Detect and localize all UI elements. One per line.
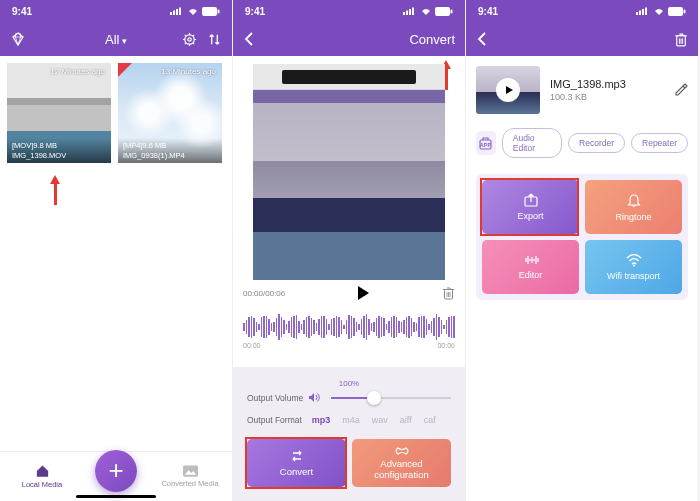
media-item[interactable]: 12 Minutes ago [MOV]9.8 MB IMG_1398.MOV — [7, 63, 111, 163]
format-wav[interactable]: wav — [372, 415, 388, 425]
svg-text:APP: APP — [480, 142, 492, 148]
status-bar: 9:41 — [233, 0, 465, 22]
format-m4a[interactable]: m4a — [342, 415, 360, 425]
time-ago: 12 Minutes ago — [50, 67, 105, 76]
library-header: All ▾ — [0, 22, 232, 56]
wave-end: 00:06 — [437, 342, 455, 349]
waveform[interactable]: 00:00 00:06 — [243, 314, 455, 349]
config-panel: 100% Output Volume Output Format mp3m4aw… — [233, 367, 465, 501]
status-time: 9:41 — [478, 6, 498, 17]
play-button[interactable] — [358, 286, 369, 300]
svg-rect-14 — [451, 9, 453, 13]
trash-icon[interactable] — [442, 286, 455, 300]
advanced-config-button[interactable]: Advanced configuration — [352, 439, 451, 487]
format-caf[interactable]: caf — [424, 415, 436, 425]
convert-action[interactable]: Convert — [409, 32, 455, 47]
wifi-icon — [187, 7, 199, 15]
video-preview[interactable] — [253, 64, 445, 280]
media-caption: [MOV]9.8 MB IMG_1398.MOV — [7, 138, 111, 163]
gear-icon[interactable] — [182, 32, 197, 47]
edit-icon[interactable] — [674, 83, 688, 97]
play-icon — [496, 78, 520, 102]
svg-rect-0 — [170, 12, 172, 15]
wave-start: 00:00 — [243, 342, 261, 349]
new-badge — [118, 63, 132, 77]
convert-button[interactable]: Convert — [247, 439, 346, 487]
status-icons — [170, 7, 220, 16]
back-icon[interactable] — [476, 31, 488, 47]
media-item[interactable]: 13 Minutes ago [MP4]9.6 MB IMG_0938(1).M… — [118, 63, 222, 163]
nav-local-media[interactable]: Local Media — [12, 464, 72, 489]
timecode: 00:00/00:06 — [243, 289, 285, 298]
status-bar: 9:41 — [466, 0, 698, 22]
svg-point-6 — [185, 34, 194, 43]
svg-rect-3 — [179, 8, 181, 16]
svg-rect-8 — [183, 465, 198, 476]
svg-rect-1 — [173, 11, 175, 16]
format-aiff[interactable]: aiff — [400, 415, 412, 425]
bell-icon — [627, 193, 641, 208]
signal-icon — [636, 7, 650, 15]
action-tiles: Export Ringtone Editor Wifi transport — [476, 174, 688, 300]
status-time: 9:41 — [12, 6, 32, 17]
pill-recorder[interactable]: Recorder — [568, 133, 625, 153]
file-size: 100.3 KB — [550, 92, 664, 102]
tile-export[interactable]: Export — [482, 180, 579, 234]
pill-repeater[interactable]: Repeater — [631, 133, 688, 153]
signal-icon — [403, 7, 417, 15]
wifi-icon — [653, 7, 665, 15]
nav-converted-media[interactable]: Converted Media — [160, 465, 220, 488]
svg-rect-5 — [218, 9, 220, 13]
back-icon[interactable] — [243, 31, 255, 47]
file-thumbnail[interactable] — [476, 66, 540, 114]
sort-icon[interactable] — [207, 32, 222, 47]
media-caption: [MP4]9.6 MB IMG_0938(1).MP4 — [118, 138, 222, 163]
wifi-icon — [420, 7, 432, 15]
svg-rect-11 — [409, 9, 411, 15]
file-info-row: IMG_1398.mp3 100.3 KB — [466, 56, 698, 124]
image-icon — [183, 465, 198, 477]
svg-rect-4 — [202, 7, 217, 16]
diamond-icon[interactable] — [10, 31, 26, 47]
svg-rect-17 — [639, 11, 641, 16]
export-icon — [523, 193, 539, 207]
playback-controls: 00:00/00:06 — [233, 280, 465, 306]
convert-icon — [289, 449, 305, 463]
svg-rect-13 — [435, 7, 450, 16]
screen-result: 9:41 IMG_1398.mp3 100.3 KB APP Audio Edi… — [466, 0, 699, 501]
svg-rect-9 — [403, 12, 405, 15]
share-app-icon[interactable]: APP — [476, 131, 496, 155]
add-button[interactable]: + — [95, 450, 137, 492]
svg-rect-20 — [668, 7, 683, 16]
svg-rect-10 — [406, 11, 408, 16]
svg-point-26 — [633, 264, 635, 266]
filter-dropdown[interactable]: All ▾ — [105, 32, 127, 47]
format-mp3[interactable]: mp3 — [312, 415, 331, 425]
tile-editor[interactable]: Editor — [482, 240, 579, 294]
output-volume-label: Output Volume — [247, 393, 303, 403]
tile-ringtone[interactable]: Ringtone — [585, 180, 682, 234]
file-name: IMG_1398.mp3 — [550, 78, 664, 90]
media-grid: 12 Minutes ago [MOV]9.8 MB IMG_1398.MOV … — [0, 56, 232, 170]
time-ago: 13 Minutes ago — [161, 67, 216, 76]
svg-rect-16 — [636, 12, 638, 15]
screen-converter: 9:41 Convert 00:00/00:06 00:00 00:06 100… — [233, 0, 466, 501]
status-icons — [403, 7, 453, 16]
volume-slider[interactable] — [331, 397, 451, 399]
bottom-nav: Local Media + Converted Media — [0, 451, 232, 501]
wifi-transport-icon — [625, 254, 643, 267]
format-list: mp3m4awavaiffcaf — [312, 415, 436, 425]
screen-library: 9:41 All ▾ 12 Minutes ago [MOV]9.8 MB IM… — [0, 0, 233, 501]
tile-wifi[interactable]: Wifi transport — [585, 240, 682, 294]
converter-header: Convert — [233, 22, 465, 56]
status-time: 9:41 — [245, 6, 265, 17]
status-bar: 9:41 — [0, 0, 232, 22]
pill-audio-editor[interactable]: Audio Editor — [502, 128, 562, 158]
tool-pills: APP Audio Editor Recorder Repeater — [466, 124, 698, 168]
svg-rect-2 — [176, 9, 178, 15]
battery-icon — [435, 7, 453, 16]
trash-icon[interactable] — [674, 32, 688, 47]
infinity-icon — [393, 446, 411, 456]
signal-icon — [170, 7, 184, 15]
svg-rect-21 — [684, 9, 686, 13]
